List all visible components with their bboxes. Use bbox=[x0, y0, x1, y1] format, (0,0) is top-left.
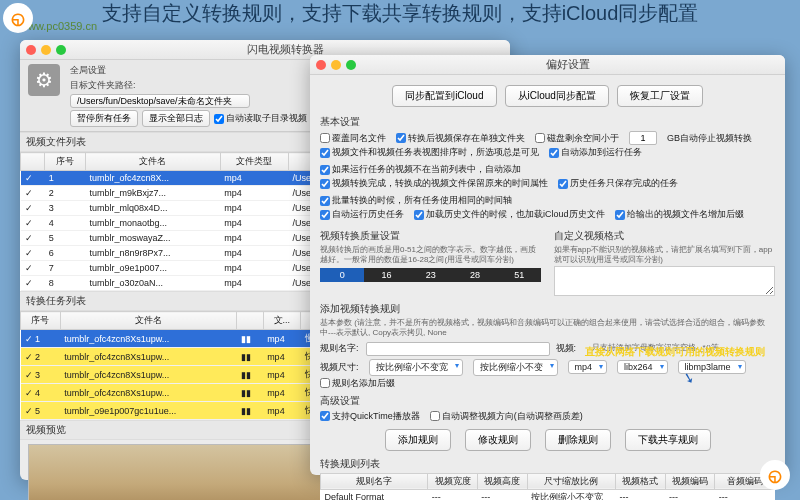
close-icon[interactable] bbox=[26, 45, 36, 55]
minimize-icon[interactable] bbox=[41, 45, 51, 55]
download-rule-button[interactable]: 下载共享规则 bbox=[625, 429, 711, 451]
add-rule-title: 添加视频转换规则 bbox=[320, 302, 775, 316]
rule-row[interactable]: Default Format------按比例缩小不变宽--------- bbox=[321, 489, 775, 500]
file-header[interactable] bbox=[21, 153, 45, 171]
folder-label: 目标文件夹路径: bbox=[70, 79, 307, 92]
zoom-icon[interactable] bbox=[56, 45, 66, 55]
opt-auto-add[interactable]: 如果运行任务的视频不在当前列表中，自动添加 bbox=[320, 163, 521, 176]
video-label: 视频: bbox=[556, 342, 586, 355]
advanced-title: 高级设置 bbox=[320, 394, 775, 408]
delete-rule-button[interactable]: 删除规则 bbox=[545, 429, 611, 451]
rule-suffix-checkbox[interactable]: 规则名添加后缀 bbox=[320, 377, 395, 390]
rule-name-label: 规则名字: bbox=[320, 342, 360, 355]
pause-all-button[interactable]: 暂停所有任务 bbox=[70, 110, 138, 127]
rule-list-title: 转换规则列表 bbox=[320, 457, 775, 471]
site-logo-bottom: ◵ bbox=[760, 460, 790, 490]
edit-rule-button[interactable]: 修改规则 bbox=[465, 429, 531, 451]
quality-title: 视频转换质量设置 bbox=[320, 229, 542, 243]
opt-auto-rotate[interactable]: 自动调整视频方向(自动调整画质差) bbox=[430, 410, 583, 423]
global-section-label: 全局设置 bbox=[70, 64, 307, 77]
rule-list-table: 规则名字视频宽度视频高度尺寸缩放比例视频格式视频编码音频编码Default Fo… bbox=[320, 473, 775, 500]
preferences-window: 偏好设置 同步配置到iCloud 从iCloud同步配置 恢复工厂设置 基本设置… bbox=[310, 55, 785, 475]
quality-note: 视频转换后的画质是用0-51之间的数字表示。数字越低，画质越好。一般常用的数值是… bbox=[320, 245, 542, 266]
sync-to-icloud-button[interactable]: 同步配置到iCloud bbox=[392, 85, 496, 107]
format-note: 如果有app不能识别的视频格式，请把扩展名填写到下面，app就可以识别(用逗号或… bbox=[554, 245, 776, 266]
task-header[interactable]: 文... bbox=[263, 312, 301, 330]
opt-subfolder[interactable]: 转换后视频保存在单独文件夹 bbox=[396, 132, 525, 145]
opt-same-timeline[interactable]: 批量转换的时候，所有任务使用相同的时间轴 bbox=[320, 194, 512, 207]
task-header[interactable]: 文件名 bbox=[60, 312, 237, 330]
ratio-popup[interactable]: 按比例缩小不变 bbox=[473, 359, 558, 376]
custom-format-input[interactable] bbox=[554, 266, 776, 296]
rule-header[interactable]: 视频宽度 bbox=[428, 473, 478, 489]
opt-load-icloud[interactable]: 加载历史文件的时候，也加载iCloud历史文件 bbox=[414, 208, 605, 221]
folder-path-input[interactable] bbox=[70, 94, 250, 108]
task-header[interactable] bbox=[237, 312, 263, 330]
download-note: 直接从网络下载规则可用的视频转换规则 bbox=[585, 345, 765, 359]
file-header[interactable]: 文件类型 bbox=[220, 153, 288, 171]
rule-header[interactable]: 视频高度 bbox=[477, 473, 527, 489]
file-header[interactable]: 文件名 bbox=[86, 153, 221, 171]
zoom-icon[interactable] bbox=[346, 60, 356, 70]
gear-icon[interactable]: ⚙ bbox=[28, 64, 60, 96]
show-log-button[interactable]: 显示全部日志 bbox=[142, 110, 210, 127]
format-title: 自定义视频格式 bbox=[554, 229, 776, 243]
rule-header[interactable]: 视频格式 bbox=[615, 473, 665, 489]
opt-keep-time[interactable]: 视频转换完成，转换成的视频文件保留原来的时间属性 bbox=[320, 177, 548, 190]
rule-name-input[interactable] bbox=[366, 342, 550, 356]
close-icon[interactable] bbox=[316, 60, 326, 70]
file-header[interactable]: 序号 bbox=[45, 153, 86, 171]
basic-settings-title: 基本设置 bbox=[320, 115, 775, 129]
diskspace-unit: GB自动停止视频转换 bbox=[667, 132, 752, 145]
add-rule-note: 基本参数 (请注意，并不是所有的视频格式，视频编码和音频编码可以正确的组合起来使… bbox=[320, 318, 775, 339]
opt-diskspace[interactable]: 磁盘剩余空间小于 bbox=[535, 132, 619, 145]
opt-auto-history[interactable]: 自动运行历史任务 bbox=[320, 208, 404, 221]
rule-header[interactable]: 规则名字 bbox=[321, 473, 428, 489]
opt-add-suffix[interactable]: 给输出的视频文件名增加后缀 bbox=[615, 208, 744, 221]
auto-scan-checkbox[interactable]: 自动读取子目录视频 bbox=[214, 110, 307, 127]
size-label: 视频尺寸: bbox=[320, 361, 359, 374]
minimize-icon[interactable] bbox=[331, 60, 341, 70]
sync-from-icloud-button[interactable]: 从iCloud同步配置 bbox=[505, 85, 609, 107]
format-popup[interactable]: mp4 bbox=[568, 360, 608, 374]
add-rule-button[interactable]: 添加规则 bbox=[385, 429, 451, 451]
rule-header[interactable]: 视频编码 bbox=[665, 473, 715, 489]
promo-headline: 支持自定义转换规则，支持下载共享转换规则，支持iCloud同步配置 bbox=[40, 0, 760, 27]
diskspace-value[interactable] bbox=[629, 131, 657, 145]
size-popup[interactable]: 按比例缩小不变宽 bbox=[369, 359, 463, 376]
task-header[interactable]: 序号 bbox=[21, 312, 61, 330]
opt-auto-run[interactable]: 自动添加到运行任务 bbox=[549, 146, 642, 159]
opt-keep-visible[interactable]: 视频文件和视频任务表视图排序时，所选项总是可见 bbox=[320, 146, 539, 159]
quality-bar[interactable]: 0 16 23 28 51 bbox=[320, 268, 542, 282]
restore-defaults-button[interactable]: 恢复工厂设置 bbox=[617, 85, 703, 107]
site-logo-top: ◵ bbox=[3, 3, 33, 33]
pref-titlebar[interactable]: 偏好设置 bbox=[310, 55, 785, 75]
pref-window-title: 偏好设置 bbox=[356, 57, 779, 72]
opt-overwrite[interactable]: 覆盖同名文件 bbox=[320, 132, 386, 145]
rule-header[interactable]: 尺寸缩放比例 bbox=[527, 473, 615, 489]
vcodec-popup[interactable]: libx264 bbox=[617, 360, 668, 374]
opt-history-done[interactable]: 历史任务只保存完成的任务 bbox=[558, 177, 678, 190]
opt-quicktime[interactable]: 支持QuickTime播放器 bbox=[320, 410, 420, 423]
